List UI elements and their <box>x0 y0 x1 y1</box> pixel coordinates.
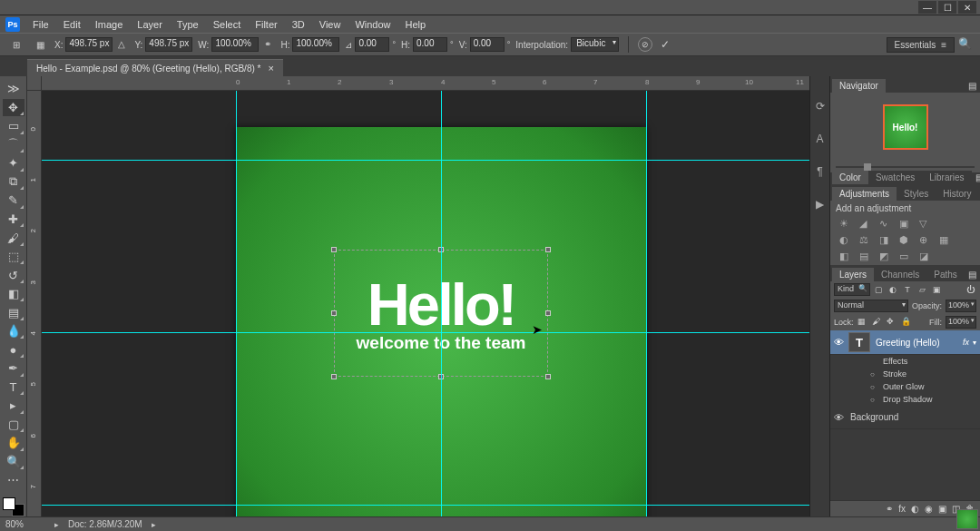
layer-mask-icon[interactable]: ◐ <box>911 504 919 514</box>
lock-all-icon[interactable]: 🔒 <box>901 317 912 328</box>
edit-toolbar[interactable]: ⋯ <box>3 471 24 489</box>
levels-icon[interactable]: ◢ <box>859 218 872 231</box>
layer-thumbnail[interactable]: T <box>848 332 870 352</box>
guide-horizontal[interactable] <box>42 505 809 506</box>
document-tab[interactable]: Hello - Example.psd @ 80% (Greeting (Hel… <box>27 59 283 76</box>
guide-vertical[interactable] <box>236 91 237 516</box>
filter-shape-icon[interactable]: ▱ <box>916 283 928 296</box>
triangle-icon[interactable]: △ <box>118 39 129 50</box>
eyedropper-tool[interactable]: ✎ <box>3 192 24 210</box>
layer-effect-item[interactable]: ○Drop Shadow <box>830 393 980 406</box>
threshold-icon[interactable]: ◩ <box>879 251 892 263</box>
history-panel-icon[interactable]: ⟳ <box>812 98 828 114</box>
menu-type[interactable]: Type <box>170 16 206 33</box>
ruler-origin[interactable] <box>27 76 42 91</box>
paragraph-panel-icon[interactable]: ¶ <box>812 163 828 180</box>
filter-toggle-icon[interactable]: ⏻ <box>964 283 976 296</box>
transform-handle[interactable] <box>545 310 551 316</box>
menu-help[interactable]: Help <box>398 16 434 33</box>
eraser-tool[interactable]: ◧ <box>3 285 24 303</box>
skew-v-input[interactable]: 0.00 <box>470 37 505 52</box>
quick-select-tool[interactable]: ✦ <box>3 154 24 172</box>
posterize-icon[interactable]: ▤ <box>859 251 872 263</box>
layer-effect-item[interactable]: ○Stroke <box>830 368 980 380</box>
guide-vertical[interactable] <box>646 91 647 516</box>
tab-swatches[interactable]: Swatches <box>868 171 922 184</box>
fill-input[interactable]: 100% <box>946 316 976 329</box>
guide-vertical[interactable] <box>441 91 442 516</box>
cancel-transform-icon[interactable]: ⊘ <box>638 37 652 52</box>
photo-filter-icon[interactable]: ⬢ <box>899 234 912 247</box>
layer-name[interactable]: Greeting (Hello) <box>872 338 963 348</box>
lock-position-icon[interactable]: ✥ <box>887 317 897 328</box>
type-tool[interactable]: T <box>3 379 24 397</box>
collapse-icon[interactable]: ≫ <box>3 80 24 98</box>
layer-name[interactable]: Background <box>847 412 980 422</box>
menu-image[interactable]: Image <box>88 16 131 33</box>
guide-horizontal[interactable] <box>42 332 809 333</box>
tab-layers[interactable]: Layers <box>832 268 874 281</box>
workspace-selector[interactable]: Essentials <box>887 37 955 53</box>
selective-color-icon[interactable]: ◪ <box>919 251 932 263</box>
vibrance-icon[interactable]: ▽ <box>919 218 932 231</box>
doc-size-info[interactable]: Doc: 2.86M/3.20M <box>68 519 142 529</box>
hand-tool[interactable]: ✋ <box>3 434 24 452</box>
character-panel-icon[interactable]: A <box>812 131 828 147</box>
guide-horizontal[interactable] <box>42 160 809 161</box>
restore-button[interactable]: ☐ <box>938 1 956 14</box>
canvas-viewport[interactable]: Hello! welcome to the team ➤ <box>42 91 809 516</box>
link-wh-icon[interactable]: ⚭ <box>264 39 275 50</box>
visibility-toggle-icon[interactable]: 👁 <box>830 412 847 423</box>
transform-handle[interactable] <box>331 310 337 316</box>
layer-effect-item[interactable]: ○Outer Glow <box>830 380 980 393</box>
menu-view[interactable]: View <box>312 16 348 33</box>
dodge-tool[interactable]: ● <box>3 340 24 359</box>
blend-mode-dropdown[interactable]: Normal <box>834 300 908 312</box>
exposure-icon[interactable]: ▣ <box>899 218 912 231</box>
tab-channels[interactable]: Channels <box>874 268 926 281</box>
gradient-tool[interactable]: ▤ <box>3 303 24 321</box>
filter-type-icon[interactable]: T <box>901 283 914 296</box>
y-input[interactable]: 498.75 px <box>145 37 192 52</box>
invert-icon[interactable]: ◧ <box>839 251 852 263</box>
gradient-map-icon[interactable]: ▭ <box>899 251 912 263</box>
fx-visibility-icon[interactable]: ○ <box>870 370 879 379</box>
transform-handle[interactable] <box>545 374 551 379</box>
lock-pixels-icon[interactable]: 🖌 <box>872 317 883 328</box>
menu-3d[interactable]: 3D <box>285 16 312 33</box>
menu-select[interactable]: Select <box>206 16 249 33</box>
layer-row[interactable]: 👁 T Greeting (Hello) fx ▾ <box>830 330 980 355</box>
transform-handle[interactable] <box>545 247 551 252</box>
layer-row[interactable]: 👁 Background <box>830 406 980 429</box>
tab-paths[interactable]: Paths <box>926 268 965 281</box>
color-balance-icon[interactable]: ⚖ <box>859 234 872 247</box>
fx-visibility-icon[interactable]: ○ <box>870 383 879 391</box>
brightness-icon[interactable]: ☀ <box>839 218 852 231</box>
skew-h-input[interactable]: 0.00 <box>413 37 447 52</box>
bw-icon[interactable]: ◨ <box>879 234 892 247</box>
shape-tool[interactable]: ▢ <box>3 416 24 434</box>
hue-icon[interactable]: ◐ <box>839 234 852 247</box>
tab-adjustments[interactable]: Adjustments <box>832 187 897 201</box>
new-fill-icon[interactable]: ◉ <box>925 504 933 514</box>
visibility-toggle-icon[interactable]: 👁 <box>830 337 847 348</box>
minimize-button[interactable]: — <box>918 1 936 14</box>
opacity-input[interactable]: 100% <box>946 300 976 312</box>
tab-color[interactable]: Color <box>832 171 868 184</box>
ruler-horizontal[interactable]: 0 1 2 3 4 5 6 7 8 9 10 11 <box>42 76 809 91</box>
marquee-tool[interactable]: ▭ <box>3 117 24 135</box>
foreground-color[interactable] <box>3 497 15 510</box>
tab-libraries[interactable]: Libraries <box>922 171 971 184</box>
commit-transform-icon[interactable]: ✓ <box>658 37 672 52</box>
angle-input[interactable]: 0.00 <box>355 37 389 52</box>
curves-icon[interactable]: ∿ <box>879 218 892 231</box>
healing-tool[interactable]: ✚ <box>3 211 24 229</box>
menu-edit[interactable]: Edit <box>56 16 88 33</box>
zoom-tool[interactable]: 🔍 <box>3 453 24 471</box>
panel-menu-icon[interactable]: ▤ <box>965 268 980 281</box>
tab-styles[interactable]: Styles <box>897 187 936 201</box>
panel-menu-icon[interactable]: ▤ <box>965 79 980 93</box>
interpolation-dropdown[interactable]: Bicubic <box>571 37 619 52</box>
tab-navigator[interactable]: Navigator <box>832 79 886 93</box>
layer-fx-badge[interactable]: fx <box>963 338 973 347</box>
